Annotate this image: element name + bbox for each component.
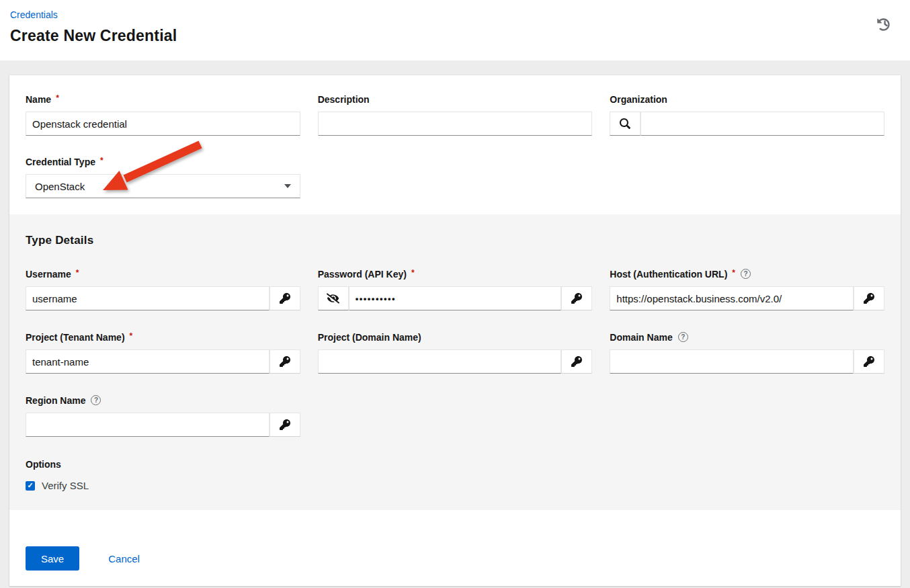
password-input[interactable] <box>349 286 562 310</box>
key-icon <box>280 419 290 430</box>
history-button[interactable] <box>876 17 891 32</box>
page-title: Create New Credential <box>10 27 899 45</box>
username-field-group: Username * <box>26 268 300 310</box>
required-asterisk: * <box>56 93 59 103</box>
domain-name-label: Domain Name <box>610 332 672 343</box>
host-field-group: Host (Authentication URL) * ? <box>610 268 884 310</box>
project-tenant-field-group: Project (Tenant Name) * <box>26 331 300 374</box>
organization-label: Organization <box>610 94 667 105</box>
question-circle-icon[interactable]: ? <box>741 269 751 279</box>
question-circle-icon[interactable]: ? <box>678 332 688 342</box>
project-tenant-input[interactable] <box>26 349 270 374</box>
key-icon <box>280 293 290 304</box>
username-label: Username <box>26 269 71 280</box>
key-icon <box>864 356 874 367</box>
key-icon <box>864 293 874 304</box>
password-field-group: Password (API Key) * <box>318 268 593 310</box>
search-icon <box>620 118 630 129</box>
password-label: Password (API Key) <box>318 269 407 280</box>
region-name-label: Region Name <box>26 395 85 406</box>
check-icon: ✓ <box>27 482 33 489</box>
project-domain-input[interactable] <box>318 349 562 374</box>
verify-ssl-checkbox[interactable]: ✓ <box>26 481 35 491</box>
cancel-link[interactable]: Cancel <box>108 553 140 564</box>
options-label: Options <box>26 459 884 470</box>
verify-ssl-checkbox-row[interactable]: ✓ Verify SSL <box>26 480 884 491</box>
domain-name-key-button[interactable] <box>854 349 884 374</box>
required-asterisk: * <box>411 268 415 278</box>
page-header: Credentials Create New Credential <box>0 0 910 60</box>
organization-field-group: Organization <box>610 93 884 136</box>
project-domain-key-button[interactable] <box>561 349 592 374</box>
project-domain-label: Project (Domain Name) <box>318 332 421 343</box>
host-label: Host (Authentication URL) <box>610 269 727 280</box>
project-tenant-label: Project (Tenant Name) <box>26 332 125 343</box>
credential-type-select[interactable]: OpenStack <box>26 174 300 198</box>
region-name-key-button[interactable] <box>270 413 300 437</box>
name-field-group: Name * <box>26 93 300 136</box>
region-name-input[interactable] <box>26 413 270 437</box>
credential-form-card: Name * Description Organization <box>9 75 901 586</box>
description-field-group: Description <box>318 93 593 136</box>
key-icon <box>571 293 582 304</box>
required-asterisk: * <box>100 156 104 165</box>
region-name-field-group: Region Name ? <box>26 394 300 437</box>
password-visibility-button[interactable] <box>318 286 349 310</box>
project-domain-field-group: Project (Domain Name) <box>318 331 593 374</box>
password-key-button[interactable] <box>561 286 592 310</box>
username-key-button[interactable] <box>270 286 300 310</box>
type-details-section: Type Details Username * <box>9 214 901 510</box>
key-icon <box>571 356 582 367</box>
organization-search-button[interactable] <box>610 112 640 136</box>
host-input[interactable] <box>610 286 854 310</box>
description-label: Description <box>318 94 370 105</box>
name-input[interactable] <box>26 112 300 136</box>
save-button[interactable]: Save <box>26 546 79 571</box>
username-input[interactable] <box>26 286 270 310</box>
credential-type-field-group: Credential Type * OpenStack <box>26 156 300 198</box>
required-asterisk: * <box>732 268 735 278</box>
options-group: Options ✓ Verify SSL <box>26 459 884 491</box>
domain-name-input[interactable] <box>610 349 854 374</box>
credential-type-value: OpenStack <box>35 181 85 192</box>
credential-type-label: Credential Type <box>26 157 95 167</box>
project-tenant-key-button[interactable] <box>270 349 300 374</box>
description-input[interactable] <box>318 112 593 136</box>
breadcrumb: Credentials <box>10 9 899 21</box>
caret-down-icon <box>284 184 291 188</box>
domain-name-field-group: Domain Name ? <box>610 331 884 374</box>
history-icon <box>877 18 890 31</box>
eye-slash-icon <box>327 293 339 304</box>
required-asterisk: * <box>130 331 133 341</box>
question-circle-icon[interactable]: ? <box>91 395 101 405</box>
breadcrumb-link-credentials[interactable]: Credentials <box>10 9 58 20</box>
organization-input[interactable] <box>640 112 884 136</box>
name-label: Name <box>26 94 51 105</box>
host-key-button[interactable] <box>854 286 884 310</box>
key-icon <box>280 356 290 367</box>
form-actions: Save Cancel <box>9 510 901 586</box>
verify-ssl-label: Verify SSL <box>42 480 89 491</box>
required-asterisk: * <box>76 268 79 278</box>
type-details-heading: Type Details <box>26 234 884 247</box>
general-fields-section: Name * Description Organization <box>9 75 901 214</box>
